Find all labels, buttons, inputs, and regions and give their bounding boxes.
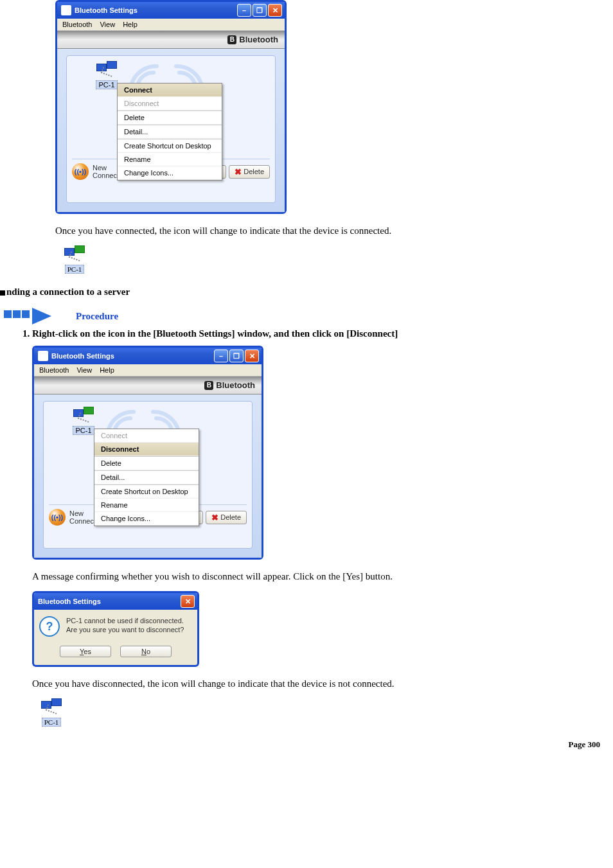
bluetooth-logo-icon: B bbox=[227, 35, 236, 44]
minimize-button[interactable]: – bbox=[214, 350, 228, 362]
window-title: Bluetooth Settings bbox=[51, 352, 114, 360]
ctx-disconnect: Disconnect bbox=[118, 97, 222, 111]
ctx-detail[interactable]: Detail... bbox=[94, 471, 199, 484]
ctx-delete[interactable]: Delete bbox=[118, 111, 222, 125]
ctx-delete[interactable]: Delete bbox=[94, 457, 199, 470]
bluetooth-settings-window-connect: ✦ Bluetooth Settings – ❐ ✕ Bluetooth Vie… bbox=[55, 0, 287, 214]
text-after-disconnect: Once you have disconnected, the icon wil… bbox=[32, 678, 607, 689]
text-after-connect: Once you have connected, the icon will c… bbox=[55, 226, 607, 236]
menubar: Bluetooth View Help bbox=[57, 19, 285, 31]
ctx-disconnect[interactable]: Disconnect bbox=[94, 443, 199, 456]
minimize-button[interactable]: – bbox=[237, 4, 251, 17]
ctx-rename[interactable]: Rename bbox=[118, 153, 222, 166]
dialog-close-button[interactable]: ✕ bbox=[181, 595, 195, 608]
titlebar[interactable]: ✦ Bluetooth Settings – ❐ ✕ bbox=[34, 348, 262, 364]
dialog-message: PC-1 cannot be used if disconnected. Are… bbox=[66, 616, 184, 637]
context-menu: Connect Disconnect Delete Detail... Crea… bbox=[117, 83, 222, 181]
ctx-rename[interactable]: Rename bbox=[94, 499, 199, 512]
menu-help[interactable]: Help bbox=[123, 21, 138, 28]
bullet-square-icon bbox=[0, 290, 5, 296]
close-button[interactable]: ✕ bbox=[245, 350, 259, 362]
brand-bar: B Bluetooth bbox=[57, 31, 285, 49]
device-icon bbox=[96, 61, 117, 79]
delete-x-icon: ✖ bbox=[211, 513, 218, 522]
ctx-detail[interactable]: Detail... bbox=[118, 125, 222, 139]
device-area: PC-1 Connect Disconnect Delete Detail...… bbox=[66, 55, 276, 203]
delete-button[interactable]: ✖Delete bbox=[229, 165, 270, 179]
bluetooth-settings-window-disconnect: ✦ Bluetooth Settings – ❐ ✕ Bluetooth Vie… bbox=[32, 346, 263, 560]
menu-view[interactable]: View bbox=[100, 21, 115, 28]
disconnected-device-icon-sample: PC-1 bbox=[32, 698, 607, 727]
yes-button[interactable]: Yes bbox=[60, 646, 111, 657]
dialog-title: Bluetooth Settings bbox=[38, 598, 101, 605]
app-icon: ✦ bbox=[61, 5, 71, 15]
procedure-heading-row: Procedure bbox=[4, 308, 607, 324]
confirm-dialog: Bluetooth Settings ✕ ? PC-1 cannot be us… bbox=[32, 591, 199, 667]
ctx-connect[interactable]: Connect bbox=[118, 84, 222, 97]
ctx-connect: Connect bbox=[94, 429, 199, 443]
menu-help[interactable]: Help bbox=[100, 366, 114, 374]
delete-x-icon: ✖ bbox=[235, 167, 242, 177]
page-number: Page 300 bbox=[0, 740, 600, 750]
window-title: Bluetooth Settings bbox=[75, 6, 138, 14]
menubar: Bluetooth View Help bbox=[34, 364, 262, 376]
ctx-change-icons[interactable]: Change Icons... bbox=[118, 166, 222, 180]
brand-label: Bluetooth bbox=[216, 380, 255, 390]
ctx-change-icons[interactable]: Change Icons... bbox=[94, 512, 199, 526]
delete-button[interactable]: ✖Delete bbox=[206, 511, 247, 524]
new-connection-icon: ((•)) bbox=[49, 509, 66, 526]
device-area: PC-1 Connect Disconnect Delete Detail...… bbox=[43, 401, 253, 549]
brand-label: Bluetooth bbox=[239, 35, 278, 44]
maximize-button[interactable]: ❐ bbox=[253, 4, 267, 17]
new-connection-icon: ((•)) bbox=[72, 163, 89, 180]
ending-connection-heading: nding a connection to a server bbox=[0, 287, 607, 297]
device-icon bbox=[73, 407, 94, 425]
ctx-shortcut[interactable]: Create Shortcut on Desktop bbox=[94, 485, 199, 499]
app-icon: ✦ bbox=[38, 351, 48, 361]
device-label: PC-1 bbox=[96, 80, 117, 89]
device-label: PC-1 bbox=[73, 426, 94, 435]
context-menu: Connect Disconnect Delete Detail... Crea… bbox=[94, 429, 199, 526]
menu-bluetooth[interactable]: Bluetooth bbox=[62, 21, 92, 28]
text-confirm-prompt: A message confirming whether you wish to… bbox=[32, 571, 607, 582]
dialog-titlebar[interactable]: Bluetooth Settings ✕ bbox=[34, 593, 197, 610]
maximize-button[interactable]: ❐ bbox=[229, 350, 244, 362]
step-1: Right-click on the icon in the [Bluetoot… bbox=[32, 328, 607, 727]
menu-view[interactable]: View bbox=[76, 366, 92, 374]
menu-bluetooth[interactable]: Bluetooth bbox=[39, 366, 69, 374]
ctx-shortcut[interactable]: Create Shortcut on Desktop bbox=[118, 139, 222, 153]
connected-device-icon-sample: PC-1 bbox=[55, 245, 607, 274]
titlebar[interactable]: ✦ Bluetooth Settings – ❐ ✕ bbox=[57, 2, 285, 19]
procedure-label: Procedure bbox=[76, 311, 118, 322]
brand-bar: B Bluetooth bbox=[34, 376, 262, 394]
question-icon: ? bbox=[39, 616, 60, 637]
no-button[interactable]: No bbox=[120, 646, 172, 657]
bluetooth-logo-icon: B bbox=[204, 381, 213, 390]
close-button[interactable]: ✕ bbox=[268, 4, 282, 17]
procedure-arrow-icon bbox=[4, 308, 62, 324]
